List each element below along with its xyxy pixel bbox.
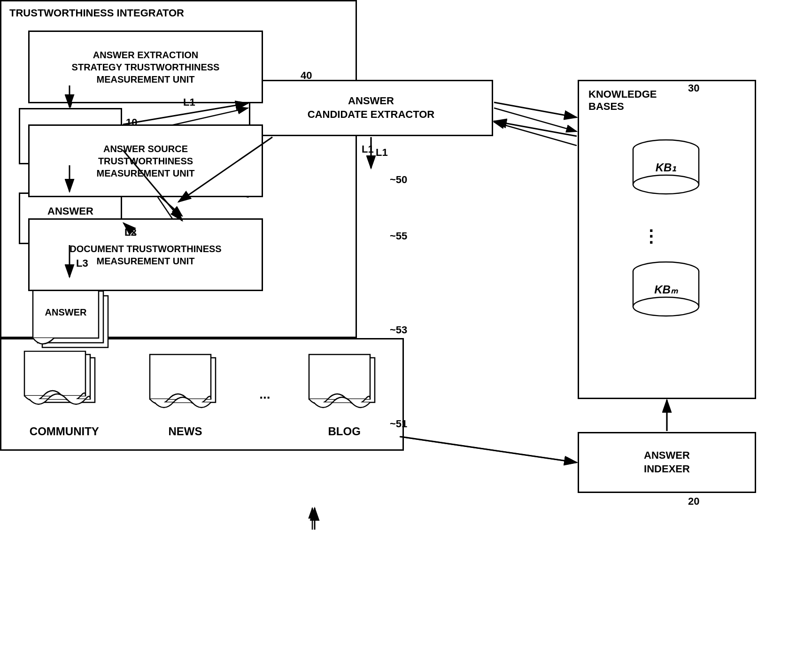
aest-box: ANSWER EXTRACTIONSTRATEGY TRUSTWORTHINES… <box>28 31 263 103</box>
dt-box: DOCUMENT TRUSTWORTHINESSMEASUREMENT UNIT <box>28 218 263 291</box>
kb-title: KNOWLEDGEBASES <box>588 88 657 113</box>
dt-label: DOCUMENT TRUSTWORTHINESSMEASUREMENT UNIT <box>70 243 221 267</box>
kbm-cylinder: KBₘ <box>624 260 708 321</box>
aest-label: ANSWER EXTRACTIONSTRATEGY TRUSTWORTHINES… <box>72 49 220 85</box>
l1-label-2: L1 <box>362 143 374 155</box>
community-label: COMMUNITY <box>30 425 99 438</box>
svg-line-54 <box>494 121 577 136</box>
community-stack: COMMUNITY <box>17 351 111 438</box>
ref-40: 40 <box>301 69 312 82</box>
news-stack: NEWS <box>143 351 227 438</box>
svg-text:KBₘ: KBₘ <box>654 283 678 296</box>
svg-text:L1: L1 <box>376 146 388 158</box>
answer-indexer-box: ANSWERINDEXER <box>578 432 756 493</box>
ref-53: ~53 <box>390 324 407 336</box>
svg-line-55 <box>401 437 577 462</box>
svg-text:ANSWER: ANSWER <box>45 307 87 317</box>
news-label: NEWS <box>168 425 202 438</box>
blog-label: BLOG <box>328 425 360 438</box>
ref-51: ~51 <box>390 418 407 430</box>
answer-candidate-label: ANSWERCANDIDATE EXTRACTOR <box>308 94 435 121</box>
diagram-container: QUESTION 10 QUESTIONANALYZER ANSWERMANAG… <box>0 0 812 670</box>
svg-rect-36 <box>150 354 211 399</box>
news-icon <box>143 351 227 421</box>
svg-line-53 <box>494 102 577 117</box>
kb-dots: ⋮ <box>642 227 659 246</box>
integrator-title: TRUSTWORTHINESS INTEGRATOR <box>9 7 184 19</box>
svg-rect-38 <box>309 354 370 399</box>
svg-line-9 <box>494 122 577 146</box>
blog-stack: BLOG <box>302 351 387 438</box>
ast-box: ANSWER SOURCETRUSTWORTHINESSMEASUREMENT … <box>28 124 263 197</box>
blog-icon <box>302 351 387 421</box>
sources-dots: ... <box>259 387 270 402</box>
svg-text:KB₁: KB₁ <box>656 161 677 174</box>
kb1-icon: KB₁ <box>624 138 708 199</box>
answer-candidate-box: ANSWERCANDIDATE EXTRACTOR <box>249 80 493 136</box>
ref-50: ~50 <box>390 174 407 186</box>
ref-20: 20 <box>688 495 699 508</box>
svg-line-8 <box>494 108 577 131</box>
ast-label: ANSWER SOURCETRUSTWORTHINESSMEASUREMENT … <box>97 143 195 179</box>
svg-point-24 <box>633 175 699 194</box>
ref-30: 30 <box>688 82 699 94</box>
ref-55: ~55 <box>390 230 407 242</box>
answer-indexer-label: ANSWERINDEXER <box>644 449 690 476</box>
knowledge-bases-box: KNOWLEDGEBASES KB₁ ⋮ KBₘ <box>578 80 756 399</box>
kbm-icon: KBₘ <box>624 260 708 321</box>
svg-point-30 <box>633 297 699 316</box>
kb1-cylinder: KB₁ <box>624 138 708 199</box>
integrator-box: TRUSTWORTHINESS INTEGRATOR ANSWER EXTRAC… <box>0 0 357 338</box>
svg-line-11 <box>400 437 577 462</box>
